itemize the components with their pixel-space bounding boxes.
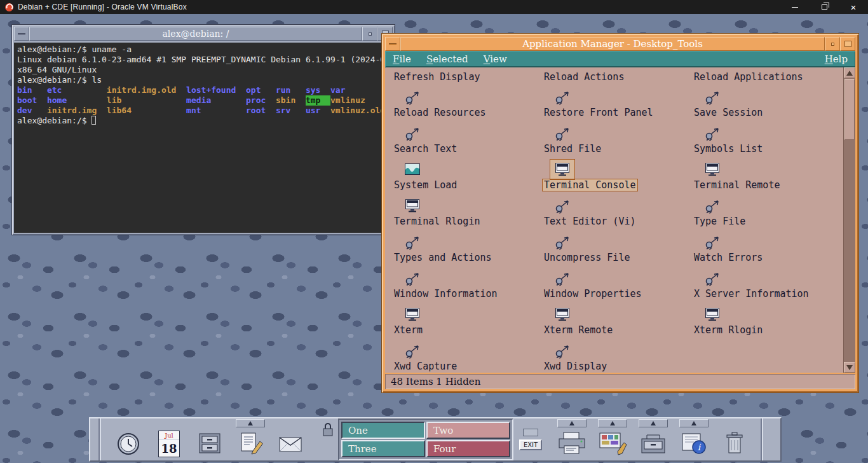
app-item[interactable]: Search Text [393,120,543,156]
app-item-label: System Load [393,179,458,191]
calendar-day: 18 [159,440,179,457]
terminal-title: alex@debian: / [29,27,362,41]
front-panel-calendar-button[interactable]: Jul18 [149,418,189,460]
terminal-titlebar[interactable]: alex@debian: / [14,27,393,41]
terminal-ls-row: devinitrd.imglib64mntrootsrvusrvmlinuz.o… [17,106,390,116]
window-menu-button[interactable] [14,27,29,41]
exit-button[interactable]: EXIT [519,439,542,450]
minimize-button[interactable] [780,0,810,14]
window-menu-button[interactable] [385,37,400,51]
terminal-icon [550,305,574,324]
app-item[interactable]: Symbols List [693,120,843,156]
front-panel-app-manager-button[interactable] [633,418,674,460]
menu-view[interactable]: View [484,53,507,65]
workspace-three-button[interactable]: Three [341,440,425,457]
app-item[interactable]: Restore Front Panel [543,84,693,120]
workspace-one-button[interactable]: One [341,422,425,439]
file-entry: lib [107,95,186,106]
app-item-label: Xterm Remote [543,324,614,336]
subpanel-arrow[interactable] [598,419,627,427]
subpanel-arrow[interactable] [557,419,587,427]
action-icon [400,341,424,361]
appmgr-menubar: FileSelectedView Help [385,51,855,67]
app-item[interactable]: Uncompress File [543,229,693,265]
scrollbar-thumb[interactable] [844,79,855,140]
front-panel-mail-button[interactable] [271,418,311,460]
subpanel-arrow[interactable] [639,419,668,427]
lock-icon[interactable] [321,422,335,441]
workspace-two-button[interactable]: Two [426,422,510,439]
app-item-label: Reload Applications [693,71,804,83]
action-icon [550,87,574,107]
subpanel-arrow[interactable] [236,419,265,427]
app-item[interactable]: Terminal Remote [693,156,843,193]
app-item[interactable]: X Server Information [693,265,843,301]
app-item[interactable]: Reload Actions [543,67,693,84]
app-item[interactable]: Text Editor (Vi) [543,193,693,229]
panel-handle-left[interactable] [93,418,108,460]
action-icon [550,196,574,216]
front-panel-help-button[interactable]: i [674,418,714,460]
app-item[interactable]: Terminal Console [543,156,693,193]
minimize-button[interactable] [362,27,377,41]
file-entry: initrd.img [47,106,107,116]
file-entry: proc [246,95,276,106]
minimize-button[interactable] [825,37,840,51]
terminal-scrollback: alex@debian:/$ uname -aLinux debian 6.1.… [17,45,390,85]
subpanel-arrow[interactable] [679,419,709,427]
action-icon [550,341,574,361]
app-item[interactable]: Reload Applications [693,67,843,84]
maximize-button[interactable] [840,37,855,51]
menu-selected[interactable]: Selected [426,53,468,65]
front-panel-style-manager-button[interactable] [592,418,633,460]
printer-icon [556,427,588,460]
app-item[interactable]: Window Properties [543,265,693,301]
front-panel-trash-button[interactable] [714,418,755,460]
menu-help[interactable]: Help [825,53,848,65]
maximize-button[interactable] [810,0,839,14]
scroll-down-button[interactable] [844,362,855,373]
action-icon [700,232,724,252]
front-panel-file-manager-button[interactable] [189,418,230,460]
close-button[interactable]: × [839,0,868,14]
app-item[interactable]: Reload Resources [393,84,543,120]
file-entry: media [186,95,246,106]
panel-handle-right[interactable] [755,418,770,460]
app-item[interactable]: Terminal Rlogin [393,193,543,229]
cde-desktop[interactable]: alex@debian: / alex@debian:/$ uname -aLi… [0,14,868,463]
terminal-ls-output: binetcinitrd.img.oldlost+foundoptrunsysv… [17,85,390,116]
workspace-four-button[interactable]: Four [426,440,510,457]
app-item[interactable]: Xterm Remote [543,301,693,338]
appmgr-titlebar[interactable]: Application Manager - Desktop_Tools [385,37,855,51]
app-item[interactable]: Xwd Capture [393,338,543,373]
app-item[interactable]: Save Session [693,84,843,120]
front-panel-printer-button[interactable] [552,418,592,460]
app-item[interactable]: Xwd Display [543,338,693,373]
file-entry: run [276,85,306,95]
front-panel-text-editor-button[interactable] [230,418,271,460]
file-entry: lib64 [107,106,186,116]
file-entry: sbin [276,95,306,106]
menu-file[interactable]: File [393,53,411,65]
terminal-output[interactable]: alex@debian:/$ uname -aLinux debian 6.1.… [14,43,393,233]
vertical-scrollbar[interactable] [843,67,855,373]
window-title: Debian + CDE [Running] - Oracle VM Virtu… [18,3,187,11]
app-item[interactable]: Type File [693,193,843,229]
app-item[interactable]: Refresh Display [393,67,543,84]
app-item-label: Text Editor (Vi) [543,216,637,227]
action-icon [550,268,574,288]
app-item[interactable]: Xterm [393,301,543,338]
app-item[interactable]: Watch Errors [693,229,843,265]
app-item[interactable]: Window Information [393,265,543,301]
app-item[interactable]: Shred File [543,120,693,156]
appmgr-file-area[interactable]: Refresh DisplayReload ActionsReload Appl… [385,67,843,373]
front-panel-clock-button[interactable] [108,418,149,460]
action-icon [700,268,724,288]
app-item-label: Xwd Display [543,361,608,372]
app-item[interactable]: System Load [393,156,543,193]
scroll-up-button[interactable] [844,67,855,78]
app-item[interactable]: Types and Actions [393,229,543,265]
action-icon [400,268,424,288]
scrollbar-track[interactable] [844,78,855,362]
app-item[interactable]: Xterm Rlogin [693,301,843,338]
